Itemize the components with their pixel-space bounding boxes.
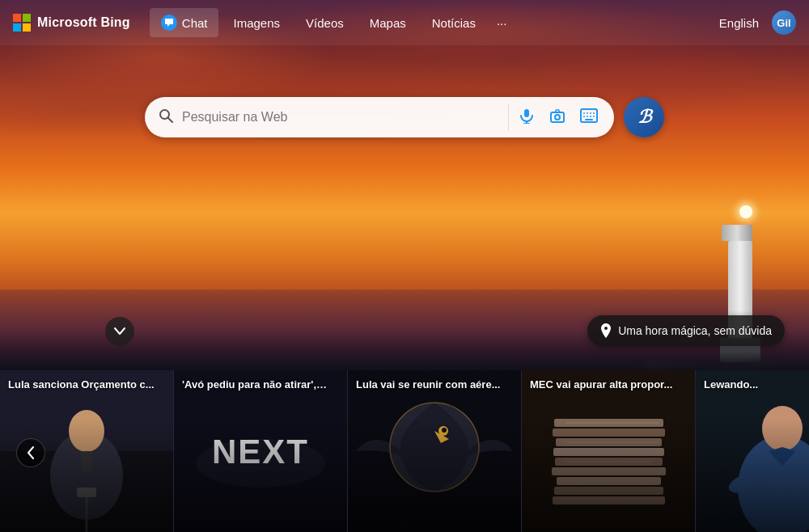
news-card-5[interactable]: Lewando... — [696, 370, 809, 532]
news-area: Lula sanciona Orçamento c... NEXT 'Avó p… — [0, 370, 809, 532]
nav-links: Chat Imagens Vídeos Mapas Notícias ··· — [150, 8, 719, 37]
news-card-2[interactable]: NEXT 'Avó pediu para não atirar',… — [174, 370, 348, 532]
more-options-button[interactable]: ··· — [490, 10, 514, 36]
news-card-2-title: 'Avó pediu para não atirar',… — [174, 378, 347, 392]
search-container: ℬ — [145, 97, 664, 137]
ms-logo-green — [23, 14, 31, 22]
svg-rect-5 — [551, 112, 564, 122]
nav-item-mapas[interactable]: Mapas — [358, 10, 417, 36]
chevron-down-icon — [114, 327, 125, 336]
location-badge: Uma hora mágica, sem dúvida — [587, 315, 785, 346]
news-cards: Lula sanciona Orçamento c... NEXT 'Avó p… — [0, 370, 809, 532]
chat-icon — [161, 15, 177, 31]
svg-point-6 — [555, 115, 560, 120]
logo-text: Microsoft Bing — [37, 15, 130, 30]
chevron-left-icon — [27, 446, 35, 459]
search-input[interactable] — [182, 110, 502, 125]
prev-news-button[interactable] — [16, 438, 45, 467]
news-card-3[interactable]: Lula vai se reunir com aére... — [348, 370, 522, 532]
news-card-2-overlay — [174, 370, 347, 532]
mic-button[interactable] — [515, 104, 538, 131]
svg-line-1 — [168, 117, 173, 122]
scroll-down-button[interactable] — [105, 317, 134, 346]
bing-search-button[interactable]: ℬ — [624, 97, 664, 137]
news-card-1-title: Lula sanciona Orçamento c... — [0, 378, 173, 392]
nav-item-videos[interactable]: Vídeos — [294, 10, 355, 36]
nav-item-noticias[interactable]: Notícias — [421, 10, 487, 36]
search-actions — [508, 104, 601, 131]
search-box[interactable] — [145, 97, 614, 137]
news-card-4-overlay — [522, 370, 695, 532]
ms-logo-yellow — [23, 23, 31, 32]
search-icon — [158, 108, 174, 128]
ms-logo-red — [13, 14, 21, 22]
news-card-5-overlay — [696, 370, 809, 532]
lighthouse-top — [722, 225, 752, 241]
news-card-4-title: MEC vai apurar alta propor... — [522, 378, 695, 392]
user-avatar[interactable]: Gil — [772, 11, 796, 35]
svg-rect-2 — [524, 109, 529, 117]
logo-area[interactable]: Microsoft Bing — [13, 14, 130, 32]
language-selector[interactable]: English — [719, 16, 759, 30]
keyboard-button[interactable] — [577, 105, 601, 130]
ms-logo-blue — [13, 23, 21, 32]
nav-right: English Gil — [719, 11, 796, 35]
news-card-3-title: Lula vai se reunir com aére... — [348, 378, 521, 392]
location-text: Uma hora mágica, sem dúvida — [618, 324, 772, 337]
microsoft-logo — [13, 14, 31, 32]
news-card-3-overlay — [348, 370, 521, 532]
news-card-5-title: Lewando... — [696, 378, 809, 392]
navbar: Microsoft Bing Chat Imagens Vídeos Mapas… — [0, 0, 809, 45]
news-card-4[interactable]: MEC vai apurar alta propor... — [522, 370, 696, 532]
camera-button[interactable] — [546, 104, 569, 131]
location-pin-icon — [600, 323, 612, 338]
nav-item-chat[interactable]: Chat — [150, 8, 219, 37]
nav-item-imagens[interactable]: Imagens — [222, 10, 291, 36]
lighthouse-light — [739, 205, 752, 218]
